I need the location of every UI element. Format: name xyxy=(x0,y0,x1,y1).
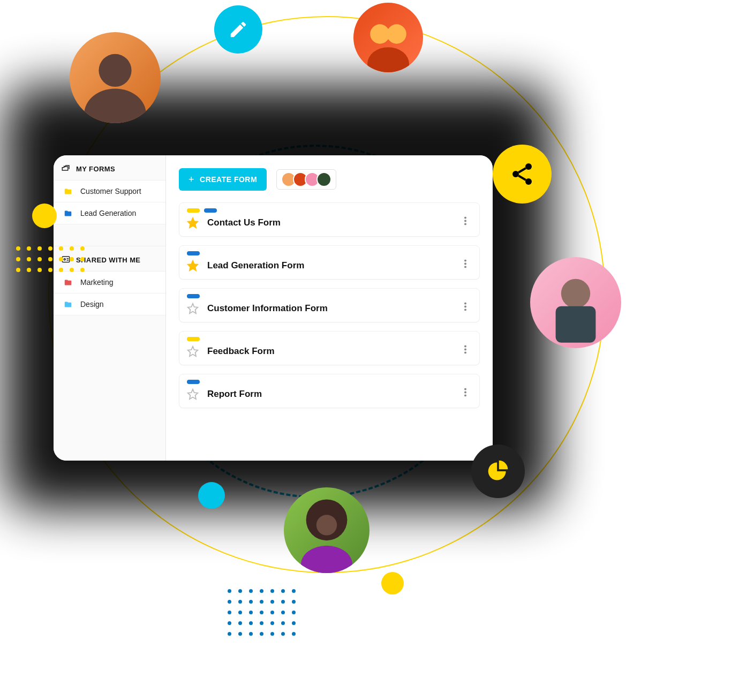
star-icon[interactable] xyxy=(187,260,199,272)
more-menu-button[interactable] xyxy=(459,300,472,313)
tag-pill xyxy=(187,294,200,298)
svg-point-22 xyxy=(464,266,466,268)
sidebar-item-label: Lead Generation xyxy=(80,209,136,217)
svg-marker-31 xyxy=(188,389,198,399)
form-card[interactable]: Feedback Form xyxy=(179,331,480,365)
star-icon[interactable] xyxy=(187,303,199,314)
more-menu-button[interactable] xyxy=(459,257,472,270)
svg-point-32 xyxy=(464,388,466,390)
folders-icon xyxy=(61,164,71,174)
form-title: Report Form xyxy=(207,389,262,400)
share-icon xyxy=(493,145,552,204)
more-menu-button[interactable] xyxy=(459,343,472,356)
tag-pills xyxy=(187,208,472,213)
svg-point-30 xyxy=(464,351,466,353)
svg-point-21 xyxy=(464,262,466,265)
plus-icon: + xyxy=(188,175,194,184)
star-icon[interactable] xyxy=(187,217,199,229)
avatar xyxy=(316,172,331,187)
sidebar-header-label: SHARED WITH ME xyxy=(76,256,140,264)
svg-point-16 xyxy=(464,216,466,219)
form-title: Lead Generation Form xyxy=(207,260,304,271)
decor-dot-grid-yellow xyxy=(16,246,86,273)
sidebar-item-label: Marketing xyxy=(80,278,113,287)
tag-pills xyxy=(187,380,472,384)
decor-avatar xyxy=(284,487,370,573)
svg-point-29 xyxy=(464,348,466,350)
sidebar: MY FORMS Customer SupportLead Generation… xyxy=(54,155,166,461)
tag-pills xyxy=(187,251,472,255)
sidebar-item-label: Customer Support xyxy=(80,187,141,195)
svg-point-9 xyxy=(301,546,352,573)
decor-dot-yellow xyxy=(32,204,57,228)
svg-point-20 xyxy=(464,259,466,261)
tag-pills xyxy=(187,337,472,341)
svg-point-25 xyxy=(464,305,466,307)
sidebar-item[interactable]: Design xyxy=(54,293,165,315)
star-icon[interactable] xyxy=(187,345,199,357)
app-window: MY FORMS Customer SupportLead Generation… xyxy=(54,155,493,461)
svg-point-10 xyxy=(525,163,532,170)
svg-point-8 xyxy=(316,515,337,535)
svg-point-3 xyxy=(387,24,406,43)
collaborator-avatars[interactable] xyxy=(276,169,336,190)
decor-avatar xyxy=(70,32,161,123)
form-list: Contact Us FormLead Generation FormCusto… xyxy=(179,202,480,408)
svg-marker-27 xyxy=(188,347,198,356)
tag-pill xyxy=(187,380,200,384)
svg-point-34 xyxy=(464,394,466,396)
sidebar-item[interactable]: Customer Support xyxy=(54,180,165,202)
sidebar-header-label: MY FORMS xyxy=(76,165,115,173)
tag-pill xyxy=(187,208,200,213)
decor-avatar xyxy=(530,257,621,348)
create-form-button[interactable]: + CREATE FORM xyxy=(179,168,267,191)
more-menu-button[interactable] xyxy=(459,214,472,227)
svg-point-28 xyxy=(464,345,466,347)
svg-point-0 xyxy=(99,54,131,87)
decor-dot-grid-blue xyxy=(228,589,297,637)
sidebar-item[interactable]: Marketing xyxy=(54,272,165,293)
svg-point-11 xyxy=(512,171,519,177)
svg-point-4 xyxy=(367,47,409,72)
create-form-label: CREATE FORM xyxy=(200,175,257,184)
svg-point-18 xyxy=(464,223,466,225)
svg-point-5 xyxy=(561,279,590,308)
tag-pill xyxy=(187,251,200,255)
svg-marker-15 xyxy=(188,218,198,228)
svg-marker-23 xyxy=(188,304,198,313)
form-title: Contact Us Form xyxy=(207,217,281,228)
svg-point-24 xyxy=(464,302,466,304)
sidebar-item-label: Design xyxy=(80,300,104,308)
decor-avatar xyxy=(353,3,423,72)
form-card[interactable]: Contact Us Form xyxy=(179,202,480,237)
svg-point-12 xyxy=(525,178,532,185)
svg-point-17 xyxy=(464,220,466,222)
tag-pill xyxy=(187,337,200,341)
svg-point-2 xyxy=(370,24,389,43)
form-title: Customer Information Form xyxy=(207,303,328,314)
toolbar: + CREATE FORM xyxy=(179,168,480,191)
form-card[interactable]: Lead Generation Form xyxy=(179,245,480,280)
form-title: Feedback Form xyxy=(207,346,275,357)
svg-marker-19 xyxy=(188,261,198,270)
svg-point-33 xyxy=(464,391,466,393)
pie-chart-icon xyxy=(471,445,525,498)
form-card[interactable]: Report Form xyxy=(179,374,480,408)
decor-dot-cyan xyxy=(198,482,225,509)
sidebar-header-my-forms: MY FORMS xyxy=(54,155,165,180)
svg-rect-6 xyxy=(556,306,596,343)
tag-pills xyxy=(187,294,472,298)
sidebar-item[interactable]: Lead Generation xyxy=(54,202,165,224)
pencil-icon xyxy=(214,5,262,54)
svg-point-26 xyxy=(464,308,466,311)
star-icon[interactable] xyxy=(187,388,199,400)
form-card[interactable]: Customer Information Form xyxy=(179,288,480,322)
main-panel: + CREATE FORM Contact Us FormLead Genera… xyxy=(166,155,493,461)
tag-pill xyxy=(204,208,217,213)
more-menu-button[interactable] xyxy=(459,386,472,398)
decor-dot-yellow xyxy=(381,572,404,594)
